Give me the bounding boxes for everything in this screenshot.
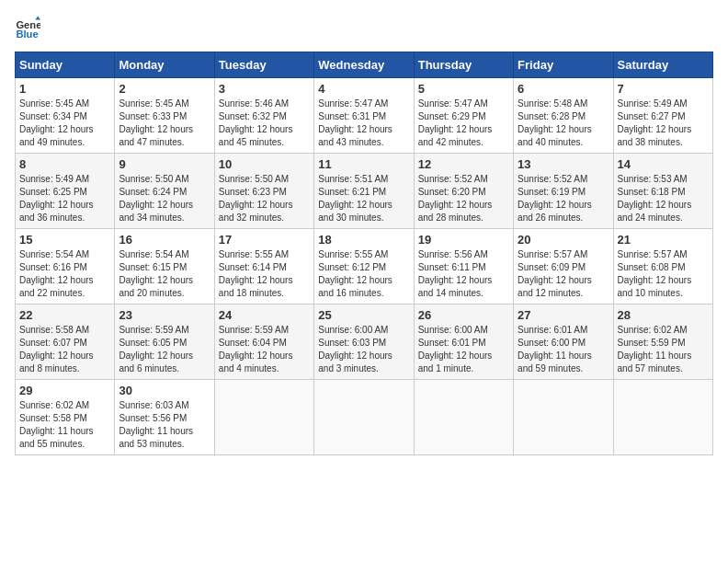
calendar-week-row: 29Sunrise: 6:02 AM Sunset: 5:58 PM Dayli… <box>16 380 713 455</box>
day-number: 1 <box>19 82 110 96</box>
calendar-cell: 30Sunrise: 6:03 AM Sunset: 5:56 PM Dayli… <box>115 380 214 455</box>
calendar-cell: 20Sunrise: 5:57 AM Sunset: 6:09 PM Dayli… <box>514 229 613 304</box>
calendar-cell <box>414 380 513 455</box>
day-number: 24 <box>219 308 310 322</box>
weekday-header-thursday: Thursday <box>414 52 513 78</box>
calendar-cell: 8Sunrise: 5:49 AM Sunset: 6:25 PM Daylig… <box>16 154 115 229</box>
calendar-cell: 25Sunrise: 6:00 AM Sunset: 6:03 PM Dayli… <box>314 304 414 380</box>
calendar-cell: 26Sunrise: 6:00 AM Sunset: 6:01 PM Dayli… <box>414 304 513 380</box>
calendar-cell: 4Sunrise: 5:47 AM Sunset: 6:31 PM Daylig… <box>314 78 414 154</box>
day-detail: Sunrise: 5:59 AM Sunset: 6:05 PM Dayligh… <box>119 324 210 375</box>
day-number: 17 <box>219 233 310 247</box>
day-number: 18 <box>318 233 409 247</box>
calendar-cell: 17Sunrise: 5:55 AM Sunset: 6:14 PM Dayli… <box>214 229 313 304</box>
day-detail: Sunrise: 5:52 AM Sunset: 6:20 PM Dayligh… <box>418 173 509 224</box>
calendar-cell: 28Sunrise: 6:02 AM Sunset: 5:59 PM Dayli… <box>613 304 712 380</box>
weekday-header-saturday: Saturday <box>613 52 712 78</box>
calendar-cell <box>214 380 313 455</box>
day-detail: Sunrise: 5:56 AM Sunset: 6:11 PM Dayligh… <box>418 248 509 300</box>
calendar-cell: 23Sunrise: 5:59 AM Sunset: 6:05 PM Dayli… <box>115 304 214 380</box>
day-number: 22 <box>19 308 110 322</box>
calendar-cell: 9Sunrise: 5:50 AM Sunset: 6:24 PM Daylig… <box>115 154 214 229</box>
day-detail: Sunrise: 6:01 AM Sunset: 6:00 PM Dayligh… <box>518 324 609 375</box>
day-number: 10 <box>219 157 310 171</box>
calendar-cell: 5Sunrise: 5:47 AM Sunset: 6:29 PM Daylig… <box>414 78 513 154</box>
day-number: 12 <box>418 157 509 171</box>
day-number: 28 <box>618 308 709 322</box>
calendar-table: SundayMondayTuesdayWednesdayThursdayFrid… <box>15 52 713 455</box>
calendar-cell: 15Sunrise: 5:54 AM Sunset: 6:16 PM Dayli… <box>16 229 115 304</box>
calendar-cell: 16Sunrise: 5:54 AM Sunset: 6:15 PM Dayli… <box>115 229 214 304</box>
day-detail: Sunrise: 5:48 AM Sunset: 6:28 PM Dayligh… <box>518 98 609 149</box>
calendar-cell: 12Sunrise: 5:52 AM Sunset: 6:20 PM Dayli… <box>414 154 513 229</box>
calendar-cell: 18Sunrise: 5:55 AM Sunset: 6:12 PM Dayli… <box>314 229 414 304</box>
calendar-cell: 29Sunrise: 6:02 AM Sunset: 5:58 PM Dayli… <box>16 380 115 455</box>
calendar-week-row: 8Sunrise: 5:49 AM Sunset: 6:25 PM Daylig… <box>16 154 713 229</box>
calendar-cell: 24Sunrise: 5:59 AM Sunset: 6:04 PM Dayli… <box>214 304 313 380</box>
weekday-header-wednesday: Wednesday <box>314 52 414 78</box>
day-detail: Sunrise: 5:58 AM Sunset: 6:07 PM Dayligh… <box>19 324 110 375</box>
day-number: 15 <box>19 233 110 247</box>
day-number: 25 <box>318 308 409 322</box>
day-detail: Sunrise: 5:55 AM Sunset: 6:12 PM Dayligh… <box>318 248 409 300</box>
day-number: 8 <box>19 157 110 171</box>
day-detail: Sunrise: 5:54 AM Sunset: 6:15 PM Dayligh… <box>119 248 210 300</box>
day-number: 9 <box>119 157 210 171</box>
logo: General Blue <box>15 15 44 40</box>
calendar-cell: 27Sunrise: 6:01 AM Sunset: 6:00 PM Dayli… <box>514 304 613 380</box>
day-number: 27 <box>518 308 609 322</box>
weekday-header-friday: Friday <box>514 52 613 78</box>
calendar-cell: 22Sunrise: 5:58 AM Sunset: 6:07 PM Dayli… <box>16 304 115 380</box>
day-number: 23 <box>119 308 210 322</box>
day-number: 11 <box>318 157 409 171</box>
calendar-cell: 14Sunrise: 5:53 AM Sunset: 6:18 PM Dayli… <box>613 154 712 229</box>
day-number: 20 <box>518 233 609 247</box>
day-detail: Sunrise: 6:02 AM Sunset: 5:58 PM Dayligh… <box>19 399 110 451</box>
day-detail: Sunrise: 6:00 AM Sunset: 6:03 PM Dayligh… <box>318 324 409 375</box>
day-detail: Sunrise: 5:46 AM Sunset: 6:32 PM Dayligh… <box>219 98 310 149</box>
calendar-cell: 10Sunrise: 5:50 AM Sunset: 6:23 PM Dayli… <box>214 154 313 229</box>
day-detail: Sunrise: 5:53 AM Sunset: 6:18 PM Dayligh… <box>618 173 709 224</box>
calendar-cell <box>314 380 414 455</box>
day-detail: Sunrise: 5:47 AM Sunset: 6:29 PM Dayligh… <box>418 98 509 149</box>
day-number: 13 <box>518 157 609 171</box>
day-detail: Sunrise: 5:47 AM Sunset: 6:31 PM Dayligh… <box>318 98 409 149</box>
day-number: 14 <box>618 157 709 171</box>
day-detail: Sunrise: 5:49 AM Sunset: 6:25 PM Dayligh… <box>19 173 110 224</box>
svg-marker-2 <box>35 16 40 19</box>
calendar-cell <box>613 380 712 455</box>
day-detail: Sunrise: 5:50 AM Sunset: 6:23 PM Dayligh… <box>219 173 310 224</box>
day-detail: Sunrise: 6:02 AM Sunset: 5:59 PM Dayligh… <box>618 324 709 375</box>
calendar-cell: 3Sunrise: 5:46 AM Sunset: 6:32 PM Daylig… <box>214 78 313 154</box>
day-detail: Sunrise: 5:57 AM Sunset: 6:08 PM Dayligh… <box>618 248 709 300</box>
day-detail: Sunrise: 5:51 AM Sunset: 6:21 PM Dayligh… <box>318 173 409 224</box>
calendar-cell: 11Sunrise: 5:51 AM Sunset: 6:21 PM Dayli… <box>314 154 414 229</box>
day-detail: Sunrise: 5:54 AM Sunset: 6:16 PM Dayligh… <box>19 248 110 300</box>
day-detail: Sunrise: 5:45 AM Sunset: 6:33 PM Dayligh… <box>119 98 210 149</box>
logo-icon: General Blue <box>15 15 40 40</box>
day-number: 6 <box>518 82 609 96</box>
calendar-cell: 2Sunrise: 5:45 AM Sunset: 6:33 PM Daylig… <box>115 78 214 154</box>
weekday-header-tuesday: Tuesday <box>214 52 313 78</box>
day-number: 21 <box>618 233 709 247</box>
day-number: 19 <box>418 233 509 247</box>
calendar-cell <box>514 380 613 455</box>
day-number: 29 <box>19 384 110 397</box>
svg-text:Blue: Blue <box>16 29 38 40</box>
day-number: 26 <box>418 308 509 322</box>
calendar-cell: 13Sunrise: 5:52 AM Sunset: 6:19 PM Dayli… <box>514 154 613 229</box>
day-number: 4 <box>318 82 409 96</box>
calendar-week-row: 15Sunrise: 5:54 AM Sunset: 6:16 PM Dayli… <box>16 229 713 304</box>
day-detail: Sunrise: 5:49 AM Sunset: 6:27 PM Dayligh… <box>618 98 709 149</box>
day-number: 2 <box>119 82 210 96</box>
day-number: 5 <box>418 82 509 96</box>
day-number: 16 <box>119 233 210 247</box>
calendar-cell: 1Sunrise: 5:45 AM Sunset: 6:34 PM Daylig… <box>16 78 115 154</box>
day-number: 30 <box>119 384 210 397</box>
weekday-header-row: SundayMondayTuesdayWednesdayThursdayFrid… <box>16 52 713 78</box>
day-number: 3 <box>219 82 310 96</box>
day-detail: Sunrise: 5:59 AM Sunset: 6:04 PM Dayligh… <box>219 324 310 375</box>
page-header: General Blue <box>15 15 713 40</box>
day-detail: Sunrise: 6:03 AM Sunset: 5:56 PM Dayligh… <box>119 399 210 451</box>
day-detail: Sunrise: 5:50 AM Sunset: 6:24 PM Dayligh… <box>119 173 210 224</box>
